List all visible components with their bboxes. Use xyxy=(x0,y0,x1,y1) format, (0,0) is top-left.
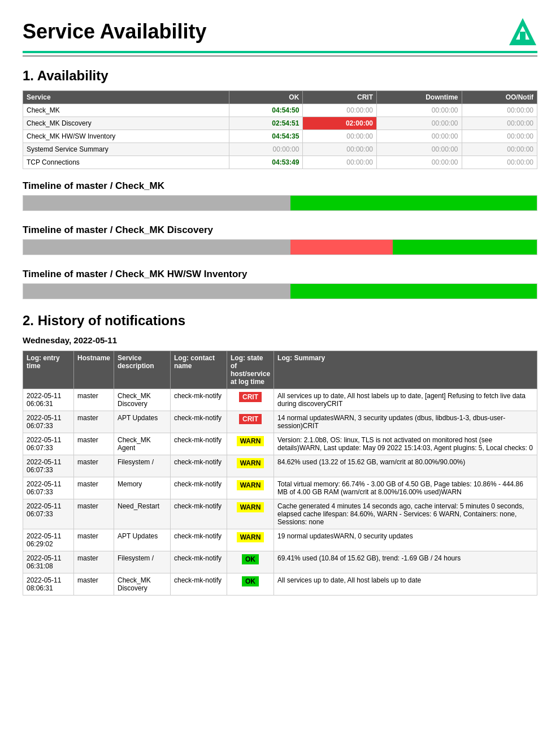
notif-service: APT Updates xyxy=(114,411,171,433)
notif-contact: check-mk-notify xyxy=(171,477,227,499)
avail-downtime: 00:00:00 xyxy=(376,143,462,156)
th-state: Log: state of host/service at log time xyxy=(227,351,274,389)
divider-gray xyxy=(23,55,537,57)
divider-green xyxy=(23,51,537,53)
notif-host: master xyxy=(74,573,114,596)
notif-time: 2022-05-11 06:31:08 xyxy=(23,551,74,573)
notif-host: master xyxy=(74,477,114,499)
state-badge: WARN xyxy=(237,502,264,512)
avail-service: Systemd Service Summary xyxy=(23,143,229,156)
notif-host: master xyxy=(74,551,114,573)
avail-downtime: 00:00:00 xyxy=(376,117,462,130)
notif-state: CRIT xyxy=(227,411,274,433)
notif-service: Filesystem / xyxy=(114,455,171,477)
notif-row: 2022-05-11 06:07:33masterMemorycheck-mk-… xyxy=(23,477,537,499)
avail-crit: 00:00:00 xyxy=(303,130,377,143)
avail-service: Check_MK HW/SW Inventory xyxy=(23,130,229,143)
state-badge: OK xyxy=(242,554,259,564)
avail-downtime: 00:00:00 xyxy=(376,156,462,169)
availability-table: Service OK CRIT Downtime OO/Notif Check_… xyxy=(23,90,537,169)
timeline-bar xyxy=(23,283,537,299)
timeline-segment-gray xyxy=(23,240,290,254)
avail-ok: 04:54:50 xyxy=(229,104,303,117)
state-badge: WARN xyxy=(237,436,264,446)
timeline-bar xyxy=(23,239,537,255)
notif-summary: 69.41% used (10.84 of 15.62 GB), trend: … xyxy=(274,551,537,573)
notif-service: APT Updates xyxy=(114,529,171,551)
state-badge: CRIT xyxy=(239,414,262,424)
notif-summary: 84.62% used (13.22 of 15.62 GB, warn/cri… xyxy=(274,455,537,477)
notif-state: WARN xyxy=(227,433,274,455)
timeline-bar xyxy=(23,195,537,211)
notif-row: 2022-05-11 06:29:02masterAPT Updateschec… xyxy=(23,529,537,551)
notif-contact: check-mk-notify xyxy=(171,573,227,596)
notif-service: Need_Restart xyxy=(114,499,171,529)
notif-state: WARN xyxy=(227,499,274,529)
state-badge: WARN xyxy=(237,480,264,490)
timelines-container: Timeline of master / Check_MKTimeline of… xyxy=(23,180,537,299)
page-title: Service Availability xyxy=(23,20,207,44)
notif-contact: check-mk-notify xyxy=(171,411,227,433)
timeline-title: Timeline of master / Check_MK xyxy=(23,180,537,192)
notif-summary: Cache generated 4 minutes 14 seconds ago… xyxy=(274,499,537,529)
notif-row: 2022-05-11 06:07:33masterFilesystem /che… xyxy=(23,455,537,477)
timeline-title: Timeline of master / Check_MK HW/SW Inve… xyxy=(23,269,537,280)
notif-contact: check-mk-notify xyxy=(171,433,227,455)
notif-state: CRIT xyxy=(227,389,274,411)
avail-row: Check_MK Discovery02:54:5102:00:0000:00:… xyxy=(23,117,537,130)
notif-service: Check_MK Discovery xyxy=(114,573,171,596)
avail-crit: 00:00:00 xyxy=(303,104,377,117)
avail-downtime: 00:00:00 xyxy=(376,104,462,117)
th-time: Log: entry time xyxy=(23,351,74,389)
state-badge: WARN xyxy=(237,532,264,542)
avail-row: Systemd Service Summary00:00:0000:00:000… xyxy=(23,143,537,156)
avail-crit: 00:00:00 xyxy=(303,143,377,156)
avail-row: Check_MK04:54:5000:00:0000:00:0000:00:00 xyxy=(23,104,537,117)
notif-state: OK xyxy=(227,551,274,573)
notif-time: 2022-05-11 06:07:33 xyxy=(23,411,74,433)
notif-host: master xyxy=(74,499,114,529)
notif-summary: Version: 2.1.0b8, OS: linux, TLS is not … xyxy=(274,433,537,455)
notif-time: 2022-05-11 06:07:33 xyxy=(23,477,74,499)
notif-contact: check-mk-notify xyxy=(171,529,227,551)
notif-host: master xyxy=(74,411,114,433)
avail-row: Check_MK HW/SW Inventory04:54:3500:00:00… xyxy=(23,130,537,143)
notif-host: master xyxy=(74,433,114,455)
timeline-title: Timeline of master / Check_MK Discovery xyxy=(23,225,537,236)
notif-summary: Total virtual memory: 66.74% - 3.00 GB o… xyxy=(274,477,537,499)
avail-ok: 00:00:00 xyxy=(229,143,303,156)
notif-row: 2022-05-11 06:31:08masterFilesystem /che… xyxy=(23,551,537,573)
notif-service: Check_MK Agent xyxy=(114,433,171,455)
logo-icon xyxy=(508,17,537,46)
avail-row: TCP Connections04:53:4900:00:0000:00:000… xyxy=(23,156,537,169)
avail-oo: 00:00:00 xyxy=(462,130,537,143)
timeline-segment-red xyxy=(290,240,393,254)
avail-oo: 00:00:00 xyxy=(462,104,537,117)
state-badge: CRIT xyxy=(239,392,262,402)
notif-time: 2022-05-11 06:07:33 xyxy=(23,433,74,455)
notif-summary: 14 normal updatesWARN, 3 security update… xyxy=(274,411,537,433)
notif-host: master xyxy=(74,529,114,551)
col-ok: OK xyxy=(229,91,303,104)
notif-row: 2022-05-11 06:07:33masterCheck_MK Agentc… xyxy=(23,433,537,455)
avail-downtime: 00:00:00 xyxy=(376,130,462,143)
avail-service: Check_MK xyxy=(23,104,229,117)
notif-row: 2022-05-11 06:07:33masterNeed_Restartche… xyxy=(23,499,537,529)
th-host: Hostname xyxy=(74,351,114,389)
svg-rect-2 xyxy=(520,32,526,40)
th-service: Service description xyxy=(114,351,171,389)
state-badge: OK xyxy=(242,576,259,586)
notif-row: 2022-05-11 06:06:31masterCheck_MK Discov… xyxy=(23,389,537,411)
avail-oo: 00:00:00 xyxy=(462,143,537,156)
col-crit: CRIT xyxy=(303,91,377,104)
timeline-segment-gray xyxy=(23,284,290,299)
timeline-segment-green xyxy=(393,240,537,254)
avail-ok: 04:54:35 xyxy=(229,130,303,143)
timeline-segment-green xyxy=(290,196,537,210)
notif-summary: All services up to date, All host labels… xyxy=(274,573,537,596)
avail-ok: 02:54:51 xyxy=(229,117,303,130)
notif-service: Filesystem / xyxy=(114,551,171,573)
notif-state: OK xyxy=(227,573,274,596)
state-badge: WARN xyxy=(237,458,264,468)
notif-summary: 19 normal updatesWARN, 0 security update… xyxy=(274,529,537,551)
